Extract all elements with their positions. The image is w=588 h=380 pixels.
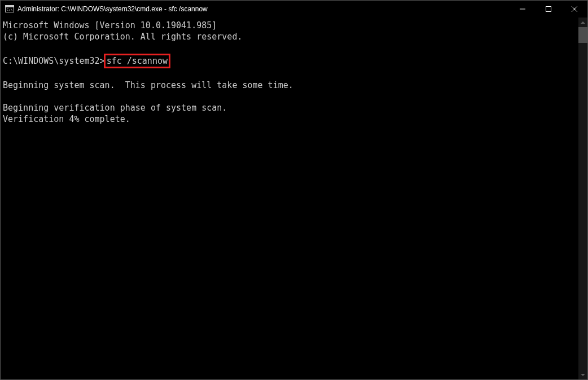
blank-line — [3, 91, 576, 102]
scroll-down-button[interactable] — [578, 370, 587, 379]
command-highlight: sfc /scannow — [104, 54, 170, 68]
prompt-text: C:\WINDOWS\system32> — [3, 56, 105, 66]
svg-marker-8 — [581, 374, 585, 376]
prompt-line: C:\WINDOWS\system32>sfc /scannow — [3, 54, 576, 68]
svg-marker-7 — [581, 21, 585, 24]
maximize-button[interactable] — [536, 1, 561, 18]
blank-line — [3, 42, 576, 54]
terminal-body: Microsoft Windows [Version 10.0.19041.98… — [1, 18, 587, 379]
output-line: Beginning system scan. This process will… — [3, 80, 576, 91]
titlebar[interactable]: C:\ Administrator: C:\WINDOWS\system32\c… — [1, 1, 587, 18]
window-title: Administrator: C:\WINDOWS\system32\cmd.e… — [17, 5, 510, 13]
close-button[interactable] — [561, 1, 587, 18]
output-line: Beginning verification phase of system s… — [3, 102, 576, 113]
window-controls — [510, 1, 587, 18]
chevron-up-icon — [581, 21, 585, 24]
vertical-scrollbar[interactable] — [578, 18, 587, 379]
close-icon — [572, 6, 577, 12]
maximize-icon — [546, 6, 551, 12]
blank-line — [3, 68, 576, 80]
command-text: sfc /scannow — [107, 56, 168, 66]
scroll-thumb[interactable] — [578, 27, 587, 43]
minimize-icon — [520, 6, 525, 12]
minimize-button[interactable] — [510, 1, 536, 18]
svg-text:C:\: C:\ — [7, 7, 13, 11]
output-line: Microsoft Windows [Version 10.0.19041.98… — [3, 20, 576, 31]
cmd-window: C:\ Administrator: C:\WINDOWS\system32\c… — [0, 0, 588, 380]
svg-rect-4 — [546, 7, 551, 12]
chevron-down-icon — [581, 374, 585, 376]
output-line: (c) Microsoft Corporation. All rights re… — [3, 31, 576, 42]
scroll-track[interactable] — [578, 27, 587, 370]
terminal-output[interactable]: Microsoft Windows [Version 10.0.19041.98… — [1, 18, 578, 379]
output-line: Verification 4% complete. — [3, 113, 576, 125]
scroll-up-button[interactable] — [578, 18, 587, 27]
cmd-icon: C:\ — [5, 5, 14, 14]
